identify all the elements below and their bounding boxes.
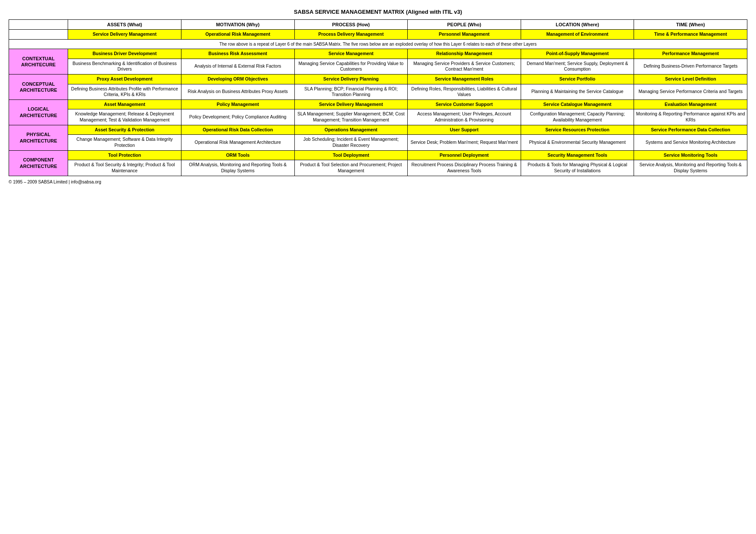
conceptual-w-process: SLA Planning; BCP; Financial Planning & … — [294, 84, 408, 99]
logical-w-motivation: Policy Development; Policy Compliance Au… — [181, 109, 294, 125]
component-label: COMPONENT ARCHITECTURE — [9, 150, 68, 176]
physical-y-assets: Asset Security & Protection — [68, 125, 181, 135]
component-w-motivation: ORM Analysis, Monitoring and Reporting T… — [181, 160, 294, 176]
conceptual-y-process: Service Delivery Planning — [294, 74, 408, 84]
header-assets: ASSETS (What) — [68, 20, 181, 30]
layer6-people: Personnel Management — [408, 30, 521, 40]
physical-w-people: Service Desk; Problem Man'ment; Request … — [408, 135, 521, 150]
logical-y-time: Evaluation Management — [634, 99, 747, 109]
footer-text: © 1995 – 2009 SABSA Limited | info@sabsa… — [9, 180, 747, 184]
logical-label: LOGICAL ARCHITECTURE — [9, 99, 68, 125]
conceptual-w-time: Managing Service Performance Criteria an… — [634, 84, 747, 99]
conceptual-y-assets: Proxy Asset Development — [68, 74, 181, 84]
conceptual-w-motivation: Risk Analysis on Business Attributes Pro… — [181, 84, 294, 99]
component-w-people: Recruitment Process Disciplinary Process… — [408, 160, 521, 176]
physical-y-people: User Support — [408, 125, 521, 135]
physical-y-motivation: Operational Risk Data Collection — [181, 125, 294, 135]
logical-y-assets: Asset Management — [68, 99, 181, 109]
header-location: LOCATION (Where) — [521, 20, 634, 30]
logical-w-people: Access Management; User Privileges, Acco… — [408, 109, 521, 125]
layer6-location: Management of Environment — [521, 30, 634, 40]
contextual-y-assets: Business Driver Development — [68, 49, 181, 59]
contextual-w-process: Managing Service Capabilities for Provid… — [294, 59, 408, 74]
logical-y-people: Service Customer Support — [408, 99, 521, 109]
contextual-y-people: Relationship Management — [408, 49, 521, 59]
logical-w-assets: Knowledge Management; Release & Deployme… — [68, 109, 181, 125]
logical-y-location: Service Catalogue Management — [521, 99, 634, 109]
component-y-process: Tool Deployment — [294, 150, 408, 160]
logical-y-process: Service Delivery Management — [294, 99, 408, 109]
physical-w-motivation: Operational Risk Management Architecture — [181, 135, 294, 150]
conceptual-y-location: Service Portfolio — [521, 74, 634, 84]
header-people: PEOPLE (Who) — [408, 20, 521, 30]
conceptual-w-assets: Defining Business Attributes Profile wit… — [68, 84, 181, 99]
contextual-label: CONTEXTUAL ARCHITECURE — [9, 49, 68, 74]
layer6-process: Process Delivery Management — [294, 30, 408, 40]
conceptual-y-motivation: Developing ORM Objectives — [181, 74, 294, 84]
header-col0 — [9, 20, 68, 30]
logical-w-time: Monitoring & Reporting Performance again… — [634, 109, 747, 125]
header-process: PROCESS (How) — [294, 20, 408, 30]
contextual-w-time: Defining Business-Driven Performance Tar… — [634, 59, 747, 74]
layer6-label — [9, 30, 68, 40]
conceptual-w-people: Defining Roles, Responsibilities, Liabil… — [408, 84, 521, 99]
logical-w-location: Configuration Management; Capacity Plann… — [521, 109, 634, 125]
physical-y-location: Service Resources Protection — [521, 125, 634, 135]
component-y-assets: Tool Protection — [68, 150, 181, 160]
component-w-time: Service Analysis, Monitoring and Reporti… — [634, 160, 747, 176]
physical-w-location: Physical & Environmental Security Manage… — [521, 135, 634, 150]
conceptual-w-location: Planning & Maintaining the Service Catal… — [521, 84, 634, 99]
component-y-motivation: ORM Tools — [181, 150, 294, 160]
conceptual-y-people: Service Management Roles — [408, 74, 521, 84]
header-time: TIME (When) — [634, 20, 747, 30]
physical-label: PHYSICAL ARCHITECTURE — [9, 125, 68, 150]
layer6-motivation: Operational Risk Management — [181, 30, 294, 40]
contextual-y-process: Service Management — [294, 49, 408, 59]
notice-text: The row above is a repeat of Layer 6 of … — [9, 39, 747, 49]
component-y-location: Security Management Tools — [521, 150, 634, 160]
conceptual-label: CONCEPTUAL ARCHITECTURE — [9, 74, 68, 99]
contextual-w-people: Managing Service Providers & Service Cus… — [408, 59, 521, 74]
contextual-w-motivation: Analysis of Internal & External Risk Fac… — [181, 59, 294, 74]
component-y-time: Service Monitoring Tools — [634, 150, 747, 160]
contextual-w-location: Demand Man'ment; Service Supply, Deploym… — [521, 59, 634, 74]
logical-y-motivation: Policy Management — [181, 99, 294, 109]
component-y-people: Personnel Deployment — [408, 150, 521, 160]
contextual-y-location: Point-of-Supply Management — [521, 49, 634, 59]
physical-y-time: Service Performance Data Collection — [634, 125, 747, 135]
header-motivation: MOTIVATION (Why) — [181, 20, 294, 30]
page-title: SABSA SERVICE MANAGEMENT MATRIX (Aligned… — [9, 9, 747, 15]
layer6-assets: Service Delivery Management — [68, 30, 181, 40]
physical-w-assets: Change Management; Software & Data Integ… — [68, 135, 181, 150]
physical-w-time: Systems and Service Monitoring Architect… — [634, 135, 747, 150]
contextual-y-motivation: Business Risk Assessment — [181, 49, 294, 59]
physical-y-process: Operations Management — [294, 125, 408, 135]
layer6-time: Time & Performance Management — [634, 30, 747, 40]
component-w-process: Product & Tool Selection and Procurement… — [294, 160, 408, 176]
contextual-w-assets: Business Benchmarking & Identification o… — [68, 59, 181, 74]
component-w-assets: Product & Tool Security & Integrity; Pro… — [68, 160, 181, 176]
component-w-location: Products & Tools for Managing Physical &… — [521, 160, 634, 176]
physical-w-process: Job Scheduling; Incident & Event Managem… — [294, 135, 408, 150]
conceptual-y-time: Service Level Definition — [634, 74, 747, 84]
logical-w-process: SLA Management; Supplier Management; BCM… — [294, 109, 408, 125]
contextual-y-time: Performance Management — [634, 49, 747, 59]
